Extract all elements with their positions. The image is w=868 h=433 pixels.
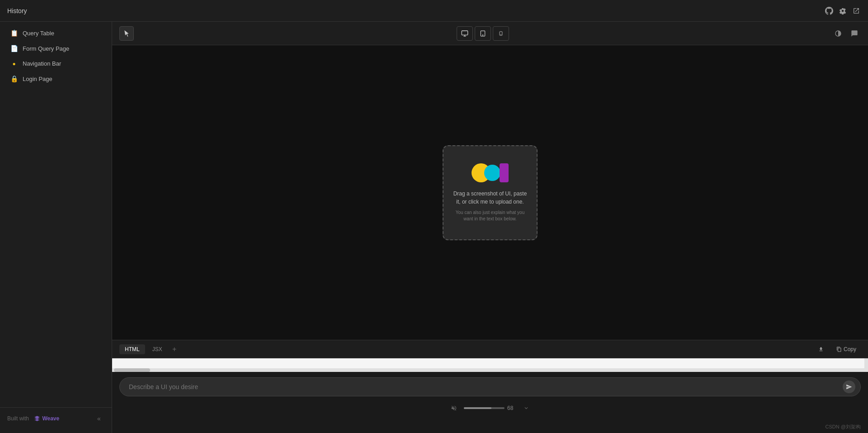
expand-button[interactable] <box>520 402 533 414</box>
weave-label: Weave <box>42 415 59 422</box>
upload-card[interactable]: Drag a screenshot of UI, paste it, or cl… <box>443 145 538 240</box>
sidebar-footer: Built with Weave « <box>0 407 112 429</box>
code-tabs: HTML JSX + Copy <box>112 340 868 358</box>
volume-value: 68 <box>507 405 516 411</box>
input-row <box>119 377 861 396</box>
add-tab-button[interactable]: + <box>170 344 179 354</box>
sidebar-item-form-query-page[interactable]: 📄 Form Query Page <box>3 41 109 56</box>
toolbar <box>112 22 868 45</box>
upload-sub-text: You can also just explain what you want … <box>453 209 528 222</box>
upload-main-text: Drag a screenshot of UI, paste it, or cl… <box>453 190 528 206</box>
logo-cyan-circle <box>484 165 500 181</box>
content-area: Drag a screenshot of UI, paste it, or cl… <box>112 22 868 433</box>
chat-button[interactable] <box>848 27 861 40</box>
toolbar-right <box>832 27 861 40</box>
header-icons <box>825 6 861 15</box>
external-link-icon[interactable] <box>852 6 861 15</box>
code-tab-actions: Copy <box>814 344 861 354</box>
vertical-scrollbar[interactable] <box>864 358 868 372</box>
copy-button[interactable]: Copy <box>832 344 861 354</box>
settings-icon[interactable] <box>838 6 847 15</box>
chat-input-wrapper <box>119 377 861 396</box>
desktop-view-button[interactable] <box>457 26 473 41</box>
sidebar-item-navigation-bar[interactable]: ● Navigation Bar <box>3 57 109 71</box>
code-panel: HTML JSX + Copy <box>112 340 868 372</box>
scrollbar-thumb[interactable] <box>114 368 150 372</box>
upload-logo <box>472 163 509 182</box>
code-content <box>112 358 868 372</box>
theme-toggle-button[interactable] <box>832 27 844 40</box>
send-button[interactable] <box>843 381 855 393</box>
svg-point-6 <box>501 34 501 35</box>
tab-html[interactable]: HTML <box>119 344 145 354</box>
volume-slider[interactable] <box>464 407 505 409</box>
main-layout: 📋 Query Table 📄 Form Query Page ● Naviga… <box>0 22 868 433</box>
query-table-icon: 📋 <box>10 29 18 37</box>
sidebar-item-login-page[interactable]: 🔒 Login Page <box>3 71 109 86</box>
sidebar-item-query-table[interactable]: 📋 Query Table <box>3 26 109 40</box>
mute-button[interactable] <box>448 402 460 414</box>
mobile-view-button[interactable] <box>493 26 509 41</box>
built-with-text: Built with Weave <box>7 415 59 422</box>
volume-fill <box>464 407 491 409</box>
sidebar-collapse-button[interactable]: « <box>94 413 104 424</box>
app-title: History <box>7 7 819 14</box>
sidebar: 📋 Query Table 📄 Form Query Page ● Naviga… <box>0 22 112 433</box>
login-page-icon: 🔒 <box>10 75 18 82</box>
horizontal-scrollbar[interactable] <box>112 368 868 372</box>
input-area: 68 <box>112 372 868 423</box>
svg-rect-0 <box>462 31 467 35</box>
sidebar-item-navigation-bar-label: Navigation Bar <box>23 60 102 67</box>
github-icon[interactable] <box>825 6 834 15</box>
cursor-tool-button[interactable] <box>119 26 134 41</box>
volume-control: 68 <box>464 405 516 411</box>
sidebar-item-form-query-page-label: Form Query Page <box>23 45 102 52</box>
svg-point-4 <box>482 34 483 35</box>
preview-area[interactable]: Drag a screenshot of UI, paste it, or cl… <box>112 45 868 340</box>
download-button[interactable] <box>814 345 828 354</box>
bottom-controls: 68 <box>119 400 861 416</box>
tablet-view-button[interactable] <box>475 26 491 41</box>
toolbar-left <box>119 26 134 41</box>
navigation-bar-icon: ● <box>10 61 18 67</box>
app-header: History <box>0 0 868 22</box>
logo-purple-rect <box>500 163 509 182</box>
sidebar-item-query-table-label: Query Table <box>23 30 102 37</box>
form-query-page-icon: 📄 <box>10 45 18 52</box>
toolbar-center <box>137 26 828 41</box>
footer-credit: CSDN @刘架构 <box>112 423 868 433</box>
chat-input[interactable] <box>119 377 861 396</box>
sidebar-item-login-page-label: Login Page <box>23 76 102 82</box>
tab-jsx[interactable]: JSX <box>147 344 168 354</box>
